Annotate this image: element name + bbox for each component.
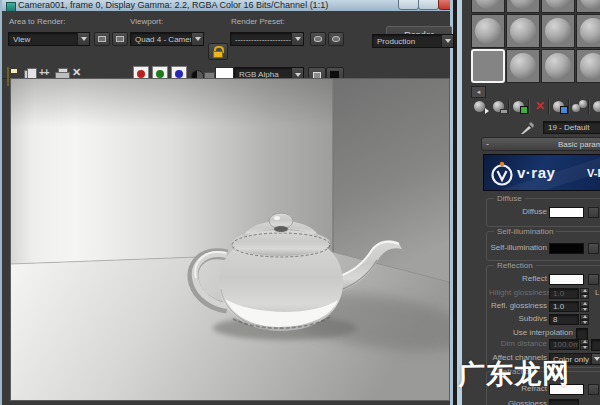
hilight-glossiness-field[interactable]: 1.0	[549, 288, 579, 299]
material-slot[interactable]	[506, 14, 540, 48]
put-to-library-button[interactable]	[592, 99, 600, 115]
render-region-button[interactable]	[94, 32, 110, 46]
window-title: Camera001, frame 0, Display Gamma: 2.2, …	[18, 0, 328, 10]
selfillum-map-button[interactable]	[588, 243, 599, 254]
viewport-dropdown[interactable]: Quad 4 - Camera001	[130, 32, 204, 46]
toolbar-separator	[548, 99, 550, 114]
refl-glossiness-field[interactable]: 1.0	[549, 301, 579, 312]
material-slot[interactable]	[576, 49, 600, 83]
close-button[interactable]	[438, 0, 450, 10]
material-slot[interactable]	[471, 14, 505, 48]
vray-right-text: V-R	[587, 167, 600, 179]
diffuse-color-swatch[interactable]	[549, 207, 584, 218]
area-to-render-dropdown[interactable]: View	[8, 32, 90, 46]
teapot-preset-icon	[314, 36, 322, 42]
chevron-down-icon[interactable]	[77, 33, 89, 45]
chevron-down-icon[interactable]	[591, 354, 600, 364]
assign-material-button[interactable]	[512, 99, 528, 115]
diffuse-group-title: Diffuse	[494, 194, 525, 203]
material-slot[interactable]	[576, 0, 600, 13]
material-slot-row	[471, 0, 600, 13]
eyedropper-icon	[520, 121, 536, 135]
basic-parameters-rollout[interactable]: - Basic parameters	[481, 137, 600, 151]
render-frame-window: Camera001, frame 0, Display Gamma: 2.2, …	[0, 0, 453, 405]
refract-glossiness-field[interactable]	[549, 399, 579, 405]
dim-distance-spinner[interactable]	[580, 339, 589, 350]
copy-material-button[interactable]	[552, 99, 568, 115]
maximize-button[interactable]	[418, 0, 439, 10]
material-slot[interactable]	[541, 14, 575, 48]
material-sphere-icon	[545, 0, 571, 9]
render-setup-button[interactable]	[328, 32, 344, 46]
reflection-group: Reflection Reflect Hilight glossiness 1.…	[486, 265, 600, 368]
subdivs-spinner[interactable]	[580, 314, 589, 325]
save-preset-button[interactable]	[310, 32, 326, 46]
subdivs-label: Subdivs	[489, 314, 547, 323]
refract-glossiness-label: Glossiness	[489, 399, 547, 405]
material-name-field[interactable]: 19 - Default	[543, 121, 600, 134]
material-editor-panel: ◂ ✕ 19 - Default - Basic parameters v·ra…	[457, 0, 600, 405]
render-preset-label: Render Preset:	[231, 17, 285, 26]
vray-logo-text: v·ray	[517, 164, 555, 181]
make-unique-button[interactable]	[572, 99, 588, 115]
get-material-icon	[474, 101, 485, 112]
reflect-label: Reflect	[489, 274, 547, 283]
material-sphere-icon	[475, 18, 501, 44]
edit-region-button[interactable]	[112, 32, 128, 46]
app-icon	[6, 2, 16, 11]
red-channel-icon	[137, 70, 145, 78]
affect-channels-dropdown[interactable]: Color only	[549, 353, 600, 365]
material-slot-row	[471, 14, 600, 48]
save-image-button[interactable]	[7, 67, 9, 86]
refl-glossiness-spinner[interactable]	[580, 301, 589, 312]
dim-distance-field[interactable]: 100.0m	[549, 339, 579, 350]
refract-color-swatch[interactable]	[549, 384, 584, 395]
selfillum-label: Self-illumination	[489, 243, 547, 252]
material-slot[interactable]	[471, 0, 505, 13]
reflect-color-swatch[interactable]	[549, 274, 584, 285]
diffuse-map-button[interactable]	[588, 207, 599, 218]
use-interpolation-label: Use interpolation	[489, 328, 573, 337]
lock-glossiness-label: L	[595, 288, 600, 297]
render-preset-dropdown[interactable]: ------------------------	[230, 32, 304, 46]
dim-distance-checkbox[interactable]	[591, 339, 600, 351]
rollout-title: Basic parameters	[558, 140, 600, 149]
subdivs-field[interactable]: 8	[549, 314, 579, 325]
material-slot[interactable]	[576, 14, 600, 48]
vray-logo-icon	[489, 161, 515, 187]
material-slot-selected[interactable]	[471, 49, 505, 83]
render-viewport[interactable]	[10, 78, 450, 401]
reflect-map-button[interactable]	[588, 274, 599, 285]
selfillum-color-swatch[interactable]	[549, 243, 584, 254]
chevron-down-icon[interactable]	[291, 33, 303, 45]
minimize-button[interactable]	[398, 0, 419, 10]
material-sphere-icon	[475, 0, 501, 9]
hilight-glossiness-spinner[interactable]	[580, 288, 589, 299]
pick-material-button[interactable]	[520, 121, 536, 135]
refract-map-button[interactable]	[588, 384, 599, 395]
chevron-down-icon[interactable]	[441, 35, 453, 47]
material-slot[interactable]	[541, 49, 575, 83]
dim-distance-label: Dim distance	[489, 339, 547, 348]
material-slot[interactable]	[506, 0, 540, 13]
render-toolbar: Area to Render: Viewport: Render Preset:…	[2, 11, 450, 79]
material-slot[interactable]	[506, 49, 540, 83]
rendered-teapot-image	[11, 79, 449, 400]
refraction-group: Refraction Refract Glossiness	[486, 371, 600, 405]
material-sphere-icon	[510, 18, 536, 44]
add-image-button[interactable]: ++	[39, 67, 49, 78]
reset-material-button[interactable]: ✕	[532, 99, 548, 115]
region-icon	[98, 36, 106, 42]
get-material-button[interactable]	[473, 99, 489, 115]
chevron-down-icon[interactable]	[191, 33, 203, 45]
lock-viewport-button[interactable]	[208, 43, 228, 60]
toolbar-separator	[588, 99, 590, 114]
put-material-button[interactable]	[492, 99, 508, 115]
green-channel-icon	[156, 70, 164, 78]
area-to-render-label: Area to Render:	[9, 17, 65, 26]
material-sphere-icon	[545, 18, 571, 44]
material-slot[interactable]	[541, 0, 575, 13]
render-mode-dropdown[interactable]: Production	[372, 34, 454, 48]
slot-scroll-button[interactable]: ◂	[471, 86, 486, 98]
title-bar[interactable]: Camera001, frame 0, Display Gamma: 2.2, …	[2, 0, 450, 11]
